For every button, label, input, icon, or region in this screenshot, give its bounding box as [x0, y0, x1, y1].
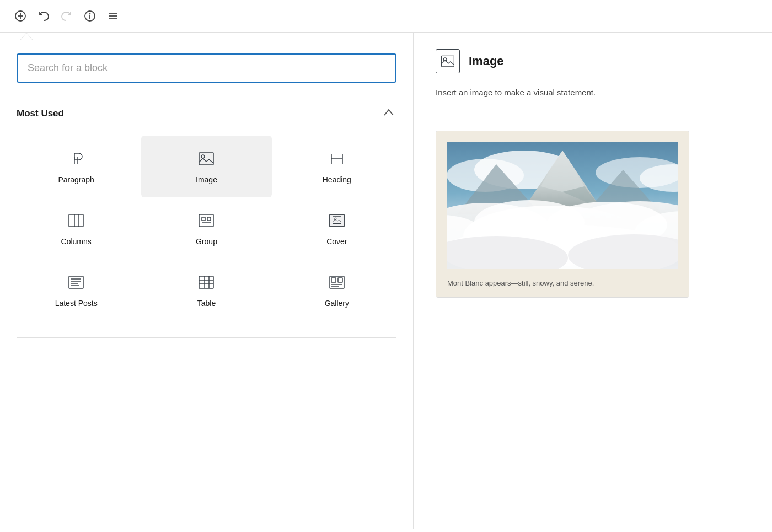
preview-image-icon: [441, 54, 455, 68]
preview-title: Image: [469, 54, 504, 68]
columns-label: Columns: [61, 237, 92, 246]
image-icon: [196, 149, 216, 169]
left-panel: Most Used Paragraph: [0, 33, 414, 529]
block-item-latest-posts[interactable]: Latest Posts: [11, 259, 141, 321]
preview-icon-container: [436, 49, 460, 73]
svg-rect-41: [331, 278, 336, 282]
columns-icon: [66, 211, 86, 230]
svg-rect-29: [333, 223, 341, 224]
heading-icon: [327, 149, 347, 169]
info-button[interactable]: [81, 7, 99, 25]
svg-rect-18: [69, 214, 83, 227]
latest-posts-label: Latest Posts: [55, 299, 98, 308]
svg-rect-21: [199, 214, 213, 227]
svg-rect-22: [202, 217, 205, 221]
svg-rect-35: [199, 276, 213, 288]
image-preview-bg: [436, 131, 689, 271]
preview-divider: [436, 115, 750, 115]
svg-rect-30: [69, 276, 83, 288]
redo-button[interactable]: [57, 7, 76, 25]
preview-header: Image: [436, 49, 750, 73]
main-container: Most Used Paragraph: [0, 33, 772, 529]
image-preview-card: Mont Blanc appears—still, snowy, and ser…: [436, 131, 689, 298]
group-label: Group: [196, 237, 217, 246]
search-input[interactable]: [17, 53, 396, 83]
preview-description: Insert an image to make a visual stateme…: [436, 87, 750, 99]
svg-rect-23: [207, 217, 211, 221]
paragraph-label: Paragraph: [58, 175, 94, 184]
svg-rect-45: [442, 56, 454, 67]
block-item-heading[interactable]: Heading: [272, 136, 402, 197]
block-grid: Paragraph Image: [0, 130, 413, 332]
svg-rect-42: [338, 278, 342, 282]
block-item-gallery[interactable]: Gallery: [272, 259, 402, 321]
svg-rect-13: [199, 153, 213, 165]
gallery-label: Gallery: [325, 299, 349, 308]
toolbar: [0, 0, 772, 33]
block-item-table[interactable]: Table: [141, 259, 271, 321]
latest-posts-icon: [66, 272, 86, 292]
block-item-image[interactable]: Image: [141, 136, 271, 197]
group-icon: [196, 211, 216, 230]
right-panel: Image Insert an image to make a visual s…: [414, 33, 772, 529]
cover-label: Cover: [326, 237, 347, 246]
section-title: Most Used: [17, 108, 64, 119]
collapse-button[interactable]: [381, 105, 396, 121]
undo-button[interactable]: [34, 7, 53, 25]
caret-icon: [20, 33, 33, 40]
most-used-header: Most Used: [0, 92, 413, 130]
gallery-icon: [327, 272, 347, 292]
image-caption: Mont Blanc appears—still, snowy, and ser…: [436, 271, 689, 297]
block-item-paragraph[interactable]: Paragraph: [11, 136, 141, 197]
search-container: [0, 42, 413, 92]
block-item-group[interactable]: Group: [141, 197, 271, 259]
bottom-divider: [17, 337, 396, 338]
menu-button[interactable]: [104, 7, 122, 25]
table-label: Table: [197, 299, 216, 308]
paragraph-icon: [66, 149, 86, 169]
svg-point-5: [90, 14, 90, 14]
add-button[interactable]: [11, 7, 30, 25]
mountain-illustration: [447, 142, 678, 269]
block-item-columns[interactable]: Columns: [11, 197, 141, 259]
heading-label: Heading: [323, 175, 351, 184]
svg-marker-10: [20, 33, 33, 40]
block-item-cover[interactable]: Cover: [272, 197, 402, 259]
table-icon: [196, 272, 216, 292]
cover-icon: [327, 211, 347, 230]
image-label: Image: [196, 175, 217, 184]
